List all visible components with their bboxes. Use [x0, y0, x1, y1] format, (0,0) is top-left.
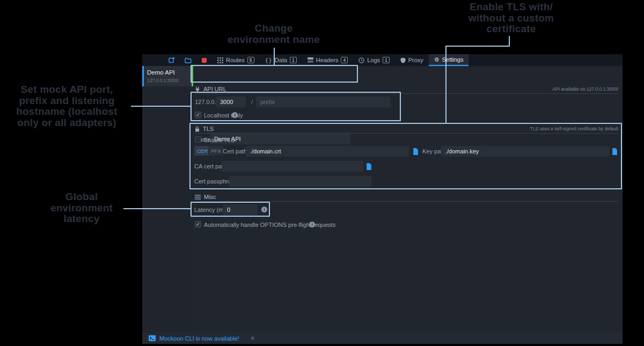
- misc-section-title: Misc: [204, 194, 216, 200]
- close-icon[interactable]: ✕: [251, 335, 255, 341]
- annotation-connector-name: [274, 48, 275, 65]
- tab-data-label: Data: [275, 57, 287, 63]
- tab-logs[interactable]: Logs 1: [353, 54, 395, 66]
- environment-url: 127.0.0.1:3000/: [147, 78, 188, 83]
- highlight-box-name: [191, 65, 358, 83]
- top-toolbar: Routes 5 {} Data 1 Headers 4 Logs 1: [142, 54, 623, 66]
- highlight-box-tls: [189, 123, 622, 189]
- annotation-connector-tls-h: [445, 46, 510, 47]
- tab-routes[interactable]: Routes 5: [212, 54, 260, 66]
- annotation-latency: Global environment latency: [28, 192, 135, 225]
- annotation-connector-tls-v2: [445, 47, 447, 123]
- tab-proxy[interactable]: Proxy: [395, 54, 429, 66]
- annotation-api-port: Set mock API port, prefix and listening …: [1, 84, 133, 128]
- annotation-connector-tls-v1: [509, 36, 510, 47]
- cli-announcement-link[interactable]: Mockoon CLI is now available!: [159, 335, 239, 342]
- environment-item-demo-api[interactable]: Demo API 127.0.0.1:3000/: [142, 66, 193, 86]
- cli-terminal-icon: [149, 335, 156, 341]
- check-icon: ✓: [196, 222, 200, 227]
- list-icon: [195, 195, 201, 200]
- highlight-box-latency: [191, 202, 270, 217]
- highlight-box-api-url: [191, 92, 401, 121]
- gear-icon: ⚙: [434, 57, 440, 63]
- plug-icon: [195, 86, 200, 92]
- api-available-hint: API available on 127.0.0.1:3000/: [552, 86, 618, 92]
- headers-layers-icon: [308, 57, 313, 63]
- shield-icon: [400, 57, 406, 63]
- open-folder-icon: [185, 57, 192, 63]
- routes-grid-icon: [217, 57, 223, 63]
- clock-icon: [358, 57, 364, 63]
- data-count-badge: 1: [290, 57, 297, 63]
- stop-square-icon: [202, 58, 207, 63]
- annotation-connector-latency: [123, 208, 192, 209]
- tab-settings[interactable]: ⚙ Settings: [429, 54, 469, 66]
- open-environment-button[interactable]: [180, 54, 196, 66]
- annotation-connector-api: [131, 106, 191, 107]
- stop-server-button[interactable]: [196, 54, 212, 66]
- new-environment-icon: [169, 57, 175, 63]
- options-info-icon: i: [309, 222, 315, 227]
- annotation-enable-tls: Enable TLS with/ without a custom certif…: [453, 2, 569, 35]
- tab-proxy-label: Proxy: [408, 57, 423, 63]
- logs-count-badge: 1: [383, 57, 390, 63]
- braces-icon: {}: [265, 57, 272, 63]
- routes-count-badge: 5: [247, 57, 254, 63]
- status-bar: Mockoon CLI is now available! ✕: [142, 333, 623, 344]
- options-preflight-label: Automatically handle OPTIONS pre-flight …: [204, 222, 335, 228]
- tab-routes-label: Routes: [226, 57, 245, 63]
- tab-data[interactable]: {} Data 1: [260, 54, 302, 66]
- tab-logs-label: Logs: [367, 57, 380, 63]
- new-environment-button[interactable]: [164, 54, 180, 66]
- environment-name: Demo API: [147, 69, 188, 76]
- options-preflight-checkbox[interactable]: ✓: [195, 221, 201, 227]
- tab-headers-label: Headers: [316, 57, 339, 63]
- headers-count-badge: 4: [341, 57, 348, 63]
- tab-headers[interactable]: Headers 4: [302, 54, 353, 66]
- misc-section-header: Misc: [195, 193, 618, 202]
- annotation-change-env-name: Change environment name: [209, 23, 338, 45]
